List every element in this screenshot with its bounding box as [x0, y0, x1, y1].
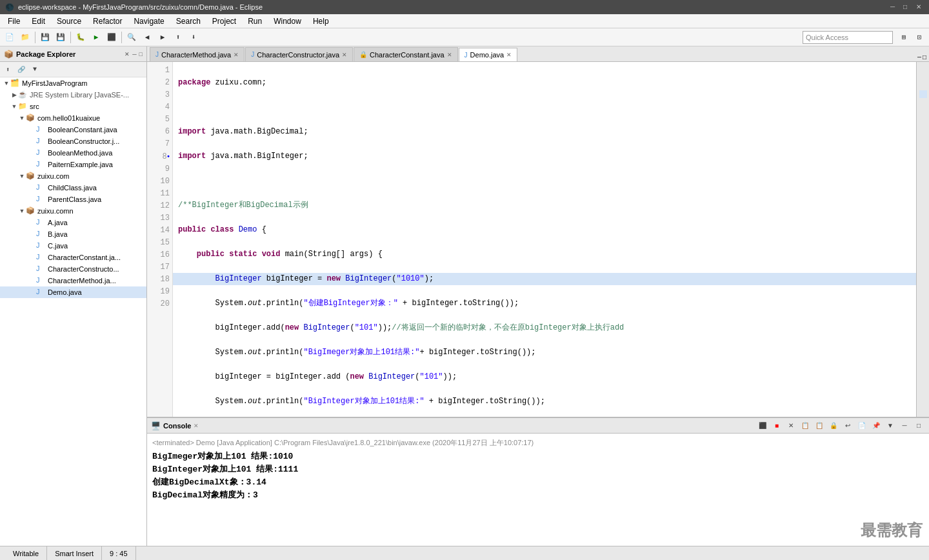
- tree-item-characterconstructor[interactable]: J CharacterConstructo...: [0, 263, 146, 275]
- console-paste[interactable]: 📋: [813, 420, 826, 432]
- tree-arrow-pkg-zuixucomn[interactable]: ▼: [18, 208, 26, 214]
- pkg-link-editor[interactable]: 🔗: [15, 63, 28, 76]
- toolbar-search[interactable]: 🔍: [125, 30, 139, 45]
- titlebar-title: eclipse-workspace - MyFirstJavaProgram/s…: [18, 3, 263, 11]
- tree-label-ajava: A.java: [48, 219, 68, 226]
- tab-close-charactermethod[interactable]: ✕: [234, 52, 239, 58]
- editor-tabs-minimize[interactable]: ─: [917, 54, 921, 61]
- toolbar-perspective2[interactable]: ⊡: [912, 30, 926, 45]
- pkg-collapse-all[interactable]: ⬆: [1, 63, 14, 76]
- tab-characterconstant[interactable]: 🔒 CharacterConstant.java ✕: [354, 47, 458, 61]
- java-icon-ajava: J: [36, 218, 46, 227]
- console-pin[interactable]: 📌: [870, 420, 883, 432]
- tree-item-childclass[interactable]: J ChildClass.java: [0, 182, 146, 194]
- tree-item-demojava[interactable]: J Demo.java: [0, 286, 146, 298]
- toolbar-back[interactable]: ◀: [140, 30, 154, 45]
- tab-close-characterconstant[interactable]: ✕: [447, 52, 452, 58]
- tree-item-paiternexample[interactable]: J PaiternExample.java: [0, 159, 146, 170]
- tree-label-paiternexample: PaiternExample.java: [48, 161, 113, 168]
- menu-refactor[interactable]: Refactor: [88, 15, 127, 27]
- tree-item-pkg-zuixucom[interactable]: ▼ 📦 zuixu.com: [0, 170, 146, 182]
- toolbar-save-all[interactable]: 💾: [54, 30, 68, 45]
- tree-item-pkg-zuixucomn[interactable]: ▼ 📦 zuixu.comn: [0, 205, 146, 217]
- tab-close-demo[interactable]: ✕: [506, 52, 512, 58]
- menu-source[interactable]: Source: [52, 15, 86, 27]
- console-header-inner: 🖥️ Console ✕ ⬛ ■ ✕ 📋 📋 🔒 ↩ 📄 📌: [151, 420, 925, 432]
- minimize-button[interactable]: ─: [890, 3, 898, 11]
- tree-item-characterconstant[interactable]: J CharacterConstant.ja...: [0, 252, 146, 263]
- tree-item-booleanconstructor[interactable]: J BooleanConstructor.j...: [0, 135, 146, 147]
- console-minimize[interactable]: ─: [898, 420, 911, 432]
- console-line-4: BigDecimal对象精度为：3: [152, 489, 924, 502]
- maximize-button[interactable]: □: [903, 3, 911, 11]
- editor-scroll[interactable]: 1 2 3 4 5 6 7 8● 9 10 11 12 13: [147, 62, 916, 417]
- menu-navigate[interactable]: Navigate: [128, 15, 169, 27]
- pkg-minimize-btn[interactable]: ─: [132, 51, 136, 57]
- console-remove-launch[interactable]: ✕: [784, 420, 797, 432]
- folder-icon-src: 📁: [18, 102, 28, 111]
- tree-item-bjava[interactable]: J B.java: [0, 228, 146, 240]
- menu-window[interactable]: Window: [268, 15, 306, 27]
- tree-arrow-project[interactable]: ▼: [3, 80, 10, 86]
- toolbar-open[interactable]: 📁: [18, 30, 32, 45]
- tree-item-cjava[interactable]: J C.java: [0, 240, 146, 252]
- menu-search[interactable]: Search: [171, 15, 206, 27]
- editor-tabs-maximize[interactable]: □: [923, 54, 926, 61]
- linenum-2: 2: [150, 77, 170, 89]
- tab-close-characterconstructor[interactable]: ✕: [342, 52, 347, 58]
- toolbar-debug[interactable]: 🐛: [74, 30, 88, 45]
- console-copy[interactable]: 📋: [799, 420, 812, 432]
- linenum-16: 16: [150, 249, 170, 261]
- editor-area[interactable]: 1 2 3 4 5 6 7 8● 9 10 11 12 13: [147, 62, 916, 417]
- right-area: J CharacterMethod.java ✕ J CharacterCons…: [147, 46, 929, 546]
- menu-edit[interactable]: Edit: [26, 15, 50, 27]
- tree-item-parentclass[interactable]: J ParentClass.java: [0, 194, 146, 205]
- tree-arrow-src[interactable]: ▼: [10, 103, 18, 110]
- menu-project[interactable]: Project: [207, 15, 241, 27]
- pkg-view-menu[interactable]: ▼: [28, 63, 41, 76]
- menu-help[interactable]: Help: [308, 15, 334, 27]
- tab-charactermethod[interactable]: J CharacterMethod.java ✕: [150, 47, 245, 61]
- close-button[interactable]: ✕: [916, 3, 924, 11]
- tree-item-pkg-com[interactable]: ▼ 📦 com.hello01kuaixue: [0, 112, 146, 124]
- toolbar-next-edit[interactable]: ⬇: [186, 30, 201, 45]
- console-open-file[interactable]: 📄: [855, 420, 868, 432]
- toolbar-run[interactable]: ▶: [89, 30, 103, 45]
- pkg-maximize-btn[interactable]: □: [139, 51, 143, 57]
- console-title: Console: [163, 422, 191, 430]
- tab-characterconstructor[interactable]: J CharacterConstructor.java ✕: [245, 47, 353, 61]
- console-stop[interactable]: ■: [770, 420, 783, 432]
- tree-item-booleanmethod[interactable]: J BooleanMethod.java: [0, 147, 146, 159]
- console-display-select[interactable]: ▼: [884, 420, 897, 432]
- tab-demo[interactable]: J Demo.java ✕: [459, 48, 518, 62]
- toolbar-forward[interactable]: ▶: [155, 30, 170, 45]
- menu-file[interactable]: File: [3, 15, 25, 27]
- console-scroll-lock[interactable]: 🔒: [827, 420, 840, 432]
- code-line-12: System.out.println("BigImeger对象加上101结果:"…: [178, 346, 911, 359]
- menu-run[interactable]: Run: [243, 15, 267, 27]
- tree-item-jre[interactable]: ▶ ☕ JRE System Library [JavaSE-...: [0, 89, 146, 101]
- tree-item-src[interactable]: ▼ 📁 src: [0, 101, 146, 112]
- code-content[interactable]: package zuixu.comn; import java.math.Big…: [173, 62, 916, 417]
- console-clear[interactable]: ⬛: [756, 420, 769, 432]
- tree-arrow-pkg-zuixucom[interactable]: ▼: [18, 173, 26, 179]
- toolbar-stop[interactable]: ⬛: [105, 30, 119, 45]
- linenum-1: 1: [150, 65, 170, 77]
- tree-item-charactermethod[interactable]: J CharacterMethod.ja...: [0, 275, 146, 286]
- console-word-wrap[interactable]: ↩: [841, 420, 854, 432]
- quick-access-input[interactable]: Quick Access: [803, 31, 893, 44]
- tree-item-booleanconstant[interactable]: J BooleanConstant.java: [0, 124, 146, 135]
- tree-item-project[interactable]: ▼ 🗂️ MyFirstJavaProgram: [0, 77, 146, 89]
- toolbar-new[interactable]: 📄: [3, 30, 17, 45]
- tree-arrow-pkg-com[interactable]: ▼: [18, 115, 26, 121]
- tree-item-ajava[interactable]: J A.java: [0, 217, 146, 228]
- toolbar-prev-edit[interactable]: ⬆: [171, 30, 185, 45]
- tree-label-booleanmethod: BooleanMethod.java: [48, 149, 112, 157]
- console-maximize[interactable]: □: [912, 420, 925, 432]
- console-icon: 🖥️: [151, 421, 161, 430]
- editor-tabs: J CharacterMethod.java ✕ J CharacterCons…: [147, 46, 929, 62]
- toolbar-perspective[interactable]: ⊞: [897, 30, 911, 45]
- code-line-11: bigInteger.add(new BigInteger("101"));//…: [178, 322, 911, 334]
- tree-arrow-jre[interactable]: ▶: [10, 92, 18, 98]
- toolbar-save[interactable]: 💾: [38, 30, 52, 45]
